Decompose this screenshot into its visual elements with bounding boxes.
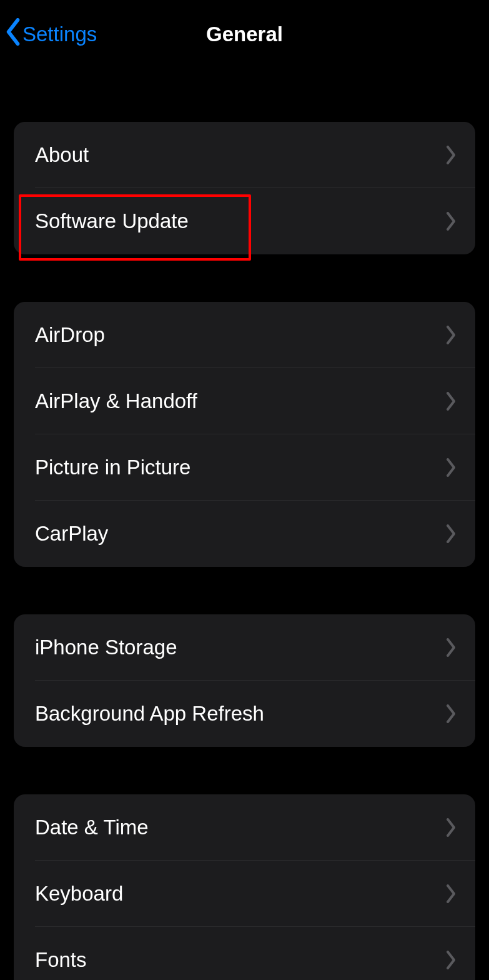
row-label: About [35,143,89,167]
page-title: General [206,22,283,46]
group-1: AirDrop AirPlay & Handoff Picture in Pic… [14,302,475,567]
row-fonts[interactable]: Fonts [14,927,475,980]
chevron-right-icon [445,392,457,411]
group-3: Date & Time Keyboard Fonts [14,794,475,980]
row-airdrop[interactable]: AirDrop [14,302,475,368]
navbar: Settings General [0,0,489,69]
row-airplay-handoff[interactable]: AirPlay & Handoff [14,368,475,434]
row-background-app-refresh[interactable]: Background App Refresh [14,681,475,747]
row-label: Background App Refresh [35,702,264,726]
chevron-right-icon [445,638,457,657]
chevron-right-icon [445,524,457,543]
chevron-right-icon [445,146,457,164]
row-iphone-storage[interactable]: iPhone Storage [14,614,475,681]
chevron-right-icon [445,818,457,837]
row-label: Keyboard [35,882,123,906]
chevron-right-icon [445,704,457,723]
row-label: Fonts [35,948,87,972]
row-label: iPhone Storage [35,636,177,659]
chevron-right-icon [445,884,457,903]
back-label: Settings [22,22,97,46]
chevron-right-icon [445,458,457,477]
group-2: iPhone Storage Background App Refresh [14,614,475,747]
content: About Software Update AirDrop AirPlay & … [0,122,489,980]
chevron-left-icon [4,18,22,51]
row-picture-in-picture[interactable]: Picture in Picture [14,434,475,501]
row-keyboard[interactable]: Keyboard [14,861,475,927]
row-carplay[interactable]: CarPlay [14,501,475,567]
chevron-right-icon [445,951,457,969]
row-label: Picture in Picture [35,456,190,479]
row-label: Date & Time [35,816,149,839]
row-date-time[interactable]: Date & Time [14,794,475,861]
row-software-update[interactable]: Software Update [14,188,475,254]
back-button[interactable]: Settings [4,18,97,51]
chevron-right-icon [445,212,457,231]
row-label: AirPlay & Handoff [35,389,197,413]
chevron-right-icon [445,326,457,344]
group-0: About Software Update [14,122,475,254]
row-label: CarPlay [35,522,108,546]
row-about[interactable]: About [14,122,475,188]
row-label: AirDrop [35,323,105,347]
row-label: Software Update [35,209,189,233]
